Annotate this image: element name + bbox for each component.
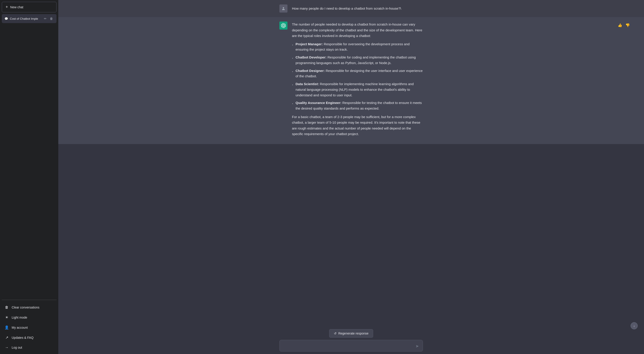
list-item: Project Manager: Responsible for oversee… [292, 41, 423, 53]
log-out-button[interactable]: → Log out [2, 343, 56, 352]
conversation-item-left: 💬 Cost of Chatbot Imple [4, 17, 38, 20]
conversation-item-label: Cost of Chatbot Imple [10, 17, 38, 20]
updates-faq-button[interactable]: ↗ Updates & FAQ [2, 333, 56, 342]
regenerate-icon: ↺ [334, 332, 336, 335]
delete-conversation-button[interactable]: 🗑 [49, 16, 54, 21]
roles-list: Project Manager: Responsible for oversee… [292, 41, 423, 111]
user-message-bar: How many people do I need to develop a c… [58, 0, 644, 17]
list-item: Data Scientist: Responsible for implemen… [292, 81, 423, 98]
sidebar-footer: 🗑 Clear conversations ☀ Light mode 👤 My … [2, 303, 56, 352]
thumbs-up-button[interactable]: 👍 [617, 22, 623, 28]
assistant-conclusion-text: For a basic chatbot, a team of 2-3 peopl… [292, 114, 423, 137]
sun-icon: ☀ [4, 315, 9, 320]
scroll-to-bottom-button[interactable]: ↓ [630, 322, 638, 329]
assistant-intro-text: The number of people needed to develop a… [292, 21, 423, 39]
chat-scroll[interactable]: How many people do I need to develop a c… [58, 0, 644, 326]
new-chat-label: New chat [10, 5, 23, 9]
light-mode-button[interactable]: ☀ Light mode [2, 313, 56, 322]
sidebar: + New chat 💬 Cost of Chatbot Imple ✏ 🗑 🗑… [0, 0, 58, 354]
sidebar-divider [2, 300, 56, 300]
regenerate-response-button[interactable]: ↺ Regenerate response [329, 329, 373, 338]
send-icon: ➤ [416, 344, 419, 349]
user-message-text: How many people do I need to develop a c… [292, 4, 401, 11]
user-icon: 👤 [4, 325, 9, 330]
plus-icon: + [6, 5, 8, 9]
chat-input[interactable] [280, 340, 423, 352]
external-link-icon: ↗ [4, 336, 9, 340]
chat-bottom: ↺ Regenerate response ➤ [58, 326, 644, 354]
list-item: Chatbot Designer: Responsible for design… [292, 68, 423, 79]
regenerate-label: Regenerate response [338, 332, 369, 335]
user-avatar [280, 4, 288, 12]
my-account-label: My account [12, 326, 28, 329]
svg-point-1 [283, 7, 284, 8]
main-content: How many people do I need to develop a c… [58, 0, 644, 354]
chat-icon: 💬 [4, 17, 8, 20]
list-item: Quality Assurance Engineer: Responsible … [292, 100, 423, 111]
conversation-list: 💬 Cost of Chatbot Imple ✏ 🗑 [2, 14, 56, 297]
assistant-message-content: The number of people needed to develop a… [292, 21, 423, 140]
chevron-down-icon: ↓ [634, 324, 635, 328]
user-message-inner: How many people do I need to develop a c… [270, 4, 432, 12]
logout-icon: → [4, 346, 9, 350]
send-button[interactable]: ➤ [414, 343, 420, 350]
gpt-avatar [280, 21, 288, 29]
log-out-label: Log out [12, 346, 22, 349]
my-account-button[interactable]: 👤 My account [2, 323, 56, 332]
conversation-item-actions: ✏ 🗑 [43, 16, 54, 21]
assistant-message-bar: The number of people needed to develop a… [58, 17, 644, 144]
trash-icon: 🗑 [4, 305, 9, 310]
input-area: ➤ [270, 340, 432, 352]
message-feedback: 👍 👎 [617, 22, 630, 28]
clear-conversations-button[interactable]: 🗑 Clear conversations [2, 303, 56, 312]
list-item: Chatbot Developer: Responsible for codin… [292, 55, 423, 66]
updates-faq-label: Updates & FAQ [12, 336, 34, 340]
assistant-message-inner: The number of people needed to develop a… [270, 21, 432, 140]
new-chat-button[interactable]: + New chat [2, 2, 56, 12]
thumbs-down-button[interactable]: 👎 [625, 22, 630, 28]
light-mode-label: Light mode [12, 316, 27, 319]
clear-conversations-label: Clear conversations [12, 306, 40, 309]
conversation-item[interactable]: 💬 Cost of Chatbot Imple ✏ 🗑 [2, 14, 56, 23]
edit-conversation-button[interactable]: ✏ [43, 16, 48, 21]
